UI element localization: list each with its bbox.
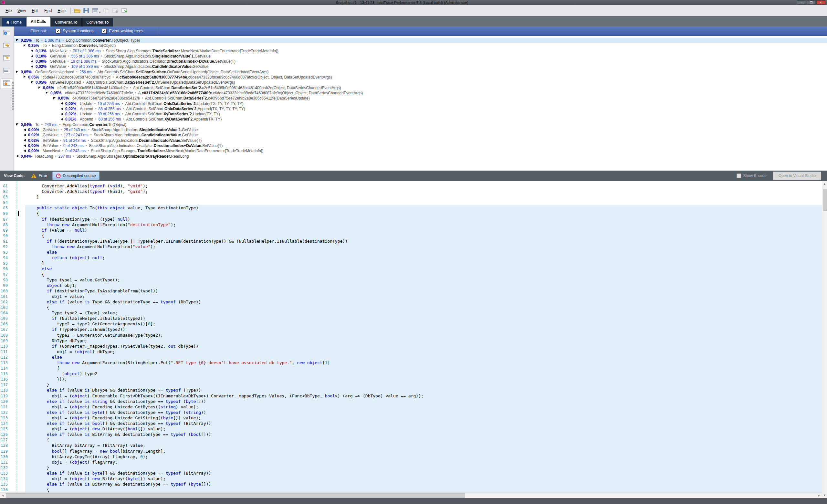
code-line[interactable]: 95 } bbox=[0, 260, 822, 266]
code-line[interactable]: 89 if (value == null) bbox=[0, 228, 822, 233]
checkbox-icon[interactable]: ✓ bbox=[102, 29, 107, 34]
tree-row[interactable]: 0,04%To•243 ms•Ecng.Common.Converter.To(… bbox=[14, 122, 827, 127]
sidebar-plain-list-button[interactable] bbox=[1, 66, 13, 76]
code-line[interactable]: 131 obj1 = (object) flagArray; bbox=[0, 459, 822, 465]
close-button[interactable]: ✕ bbox=[816, 0, 825, 4]
code-line[interactable]: 97 { bbox=[0, 272, 822, 277]
code-line[interactable]: 90 { bbox=[0, 233, 822, 239]
code-line[interactable]: 114 { bbox=[0, 365, 822, 371]
code-line[interactable]: 105 if (NullableHelper.IsNullable(type2)… bbox=[0, 316, 822, 321]
code-line[interactable]: 100 if (destinationType.IsAssignableFrom… bbox=[0, 288, 822, 294]
menu-item-help[interactable]: Help bbox=[55, 7, 68, 14]
expander-icon[interactable] bbox=[53, 97, 56, 100]
code-line[interactable]: 113 throw new ArgumentException(StringHe… bbox=[0, 360, 822, 365]
code-line[interactable]: 85 public static object To(this object v… bbox=[0, 205, 822, 211]
tree-row[interactable]: 0,13%MoveNext•703 of 1 386 ms•StockSharp… bbox=[14, 48, 827, 54]
scroll-left-icon[interactable]: ◂ bbox=[0, 493, 5, 498]
code-line[interactable]: 104 Type type2 = (Type) value; bbox=[0, 310, 822, 316]
menu-item-edit[interactable]: Edit bbox=[29, 7, 41, 14]
tree-row[interactable]: 0,02%Update•89 of 256 ms•Abt.Controls.Sc… bbox=[14, 111, 827, 117]
tree-row[interactable]: 0,02%GetValue•109 of 1 386 ms•StockSharp… bbox=[14, 64, 827, 69]
code-line[interactable]: 110 if (Converter._mappedTypes.TryGetVal… bbox=[0, 343, 822, 349]
code-line[interactable]: 101 obj1 = value; bbox=[0, 294, 822, 299]
tree-row[interactable]: 0,02%GetValue•127 of 243 ms•StockSharp.A… bbox=[14, 133, 827, 138]
show-il-checkbox[interactable]: Show IL code bbox=[736, 173, 767, 178]
tree-row[interactable]: 0,05%c6dea473323fdce89c6d7460d087afc9c•A… bbox=[14, 74, 827, 80]
view-layout-dropdown-icon[interactable] bbox=[91, 7, 99, 14]
code-line[interactable]: 111 obj1 = (object) dbType; bbox=[0, 349, 822, 354]
minimize-button[interactable]: – bbox=[797, 0, 806, 4]
open-snapshot-icon[interactable] bbox=[73, 7, 81, 14]
tree-row[interactable]: 0,01%Append•60 of 256 ms•Abt.Controls.Sc… bbox=[14, 117, 827, 122]
code-line[interactable]: 124 else if (value is bool[] && destinat… bbox=[0, 421, 822, 426]
code-line[interactable]: 107 if (TypeHelper.IsEnum(type2)) bbox=[0, 326, 822, 332]
code-line[interactable]: 84 bbox=[0, 200, 822, 205]
code-line[interactable]: 102 else if (value is Type && destinatio… bbox=[0, 299, 822, 305]
code-line[interactable]: 91 if ((destinationType.IsValueType || T… bbox=[0, 239, 822, 244]
tree-row[interactable]: 0,05%OnDataSeriesUpdated•256 ms•Abt.Cont… bbox=[14, 69, 827, 74]
decompiled-source-toggle[interactable]: Decompiled source bbox=[52, 171, 99, 180]
code-line[interactable]: 122 else if (value is byte[] && destinat… bbox=[0, 410, 822, 415]
horizontal-scrollbar[interactable]: ◂ ▸ bbox=[0, 492, 822, 498]
open-in-visual-studio-button[interactable]: Open in Visual Studio bbox=[773, 171, 821, 180]
show-il-checkbox-box[interactable] bbox=[736, 173, 741, 178]
code-line[interactable]: 82 Converter.AddAlias(typeof (Guid), "gu… bbox=[0, 189, 822, 194]
tree-row[interactable]: 0,02%Append•88 of 256 ms•Abt.Controls.Sc… bbox=[14, 106, 827, 111]
code-line[interactable]: 109 DbType dbType; bbox=[0, 338, 822, 343]
checkbox-icon[interactable]: ✓ bbox=[56, 29, 60, 34]
sidebar-incoming-calls-button[interactable] bbox=[1, 41, 13, 51]
code-line[interactable]: 103 { bbox=[0, 305, 822, 310]
code-line[interactable]: 99 object obj1; bbox=[0, 283, 822, 288]
menu-item-find[interactable]: Find bbox=[41, 7, 55, 14]
code-line[interactable]: 117 } bbox=[0, 382, 822, 387]
tab-all-calls[interactable]: All Calls bbox=[27, 16, 50, 27]
expander-icon[interactable] bbox=[31, 82, 33, 84]
get-snapshot-icon[interactable] bbox=[120, 7, 128, 14]
sidebar-hot-spots-button[interactable] bbox=[1, 79, 13, 89]
tree-row[interactable]: 0,00%MoveNext•0 of 243 ms•StockSharp.Alg… bbox=[14, 148, 827, 153]
code-line[interactable]: 98 Type type1 = value.GetType(); bbox=[0, 277, 822, 283]
filter-checkbox-event-waiting-trees[interactable]: ✓Event-waiting trees bbox=[102, 29, 143, 34]
expander-icon[interactable] bbox=[16, 123, 18, 126]
code-line[interactable]: 120 else if (value is string && destinat… bbox=[0, 399, 822, 404]
tree-row[interactable]: 0,05%c6dea473323fdce89c6d7460d087afc9c•A… bbox=[14, 91, 827, 96]
expander-icon[interactable] bbox=[23, 76, 26, 78]
sidebar-outgoing-calls-button[interactable] bbox=[1, 53, 13, 64]
expander-icon[interactable] bbox=[16, 71, 18, 73]
code-line[interactable]: 86 { bbox=[0, 211, 822, 216]
code-line[interactable]: 134 obj1 = (object) new BitArray((byte[]… bbox=[0, 476, 822, 482]
menu-item-file[interactable]: File bbox=[3, 7, 14, 14]
scroll-up-icon[interactable]: ▲ bbox=[822, 181, 827, 187]
tree-row[interactable]: 0,00%SetValue•0 of 243 ms•StockSharp.Alg… bbox=[14, 143, 827, 148]
tree-row[interactable]: 0,25%To•Ecng.Common.Converter.To(Object) bbox=[14, 43, 827, 48]
filter-checkbox-system-functions[interactable]: ✓System functions bbox=[56, 29, 93, 34]
tab-converter-to[interactable]: Converter.To bbox=[82, 18, 113, 27]
splitter-grip[interactable] bbox=[12, 82, 13, 110]
code-line[interactable]: 130 bitArray.CopyTo((Array) flagArray, 0… bbox=[0, 454, 822, 459]
tree-row[interactable]: 0,02%SetValue•91 of 243 ms•StockSharp.Al… bbox=[14, 138, 827, 143]
maximize-button[interactable]: ❐ bbox=[807, 0, 816, 4]
code-line[interactable]: 94 return (object) null; bbox=[0, 255, 822, 260]
horizontal-scroll-thumb[interactable] bbox=[6, 493, 465, 498]
code-line[interactable]: 108 type2 = Enumerator.GetEnumBaseType(t… bbox=[0, 333, 822, 338]
code-line[interactable]: 87 if (destinationType == (Type) null) bbox=[0, 216, 822, 222]
tree-row[interactable]: 0,00%GetValue•25 of 243 ms•StockSharp.Al… bbox=[14, 127, 827, 133]
menu-item-view[interactable]: View bbox=[14, 7, 29, 14]
scroll-right-icon[interactable]: ▸ bbox=[816, 493, 822, 498]
tree-row[interactable]: 0,10%GetValue•555 of 1 386 ms•StockSharp… bbox=[14, 54, 827, 59]
tab-converter-to[interactable]: Converter.To bbox=[51, 18, 82, 27]
tree-row[interactable]: 0,25%To•1 386 ms•Ecng.Common.Converter.T… bbox=[14, 38, 827, 43]
layout-dropdown-arrow-icon[interactable]: ▾ bbox=[99, 11, 101, 14]
expander-icon[interactable] bbox=[23, 45, 26, 47]
vertical-scrollbar[interactable]: ▲ ▼ bbox=[822, 181, 827, 498]
code-line[interactable]: 133 else if (value is byte[] && destinat… bbox=[0, 470, 822, 476]
code-line[interactable]: 96 else bbox=[0, 266, 822, 271]
tree-row[interactable]: 0,00%Update•19 of 256 ms•Abt.Controls.Sc… bbox=[14, 101, 827, 106]
expander-icon[interactable] bbox=[16, 39, 18, 41]
code-line[interactable]: 106 type2 = type2.GetGenericArguments()[… bbox=[0, 321, 822, 326]
code-editor[interactable]: 81 Converter.AddAlias(typeof (void), "vo… bbox=[0, 181, 822, 492]
code-line[interactable]: 123 obj1 = (object) Encoding.Unicode.Get… bbox=[0, 415, 822, 421]
code-line[interactable]: 132 } bbox=[0, 465, 822, 470]
code-line[interactable]: 126 else if (value is BitArray && destin… bbox=[0, 432, 822, 437]
tree-row[interactable]: 0,04%ReadLong•237 ms•StockSharp.Algo.Sto… bbox=[14, 154, 827, 159]
